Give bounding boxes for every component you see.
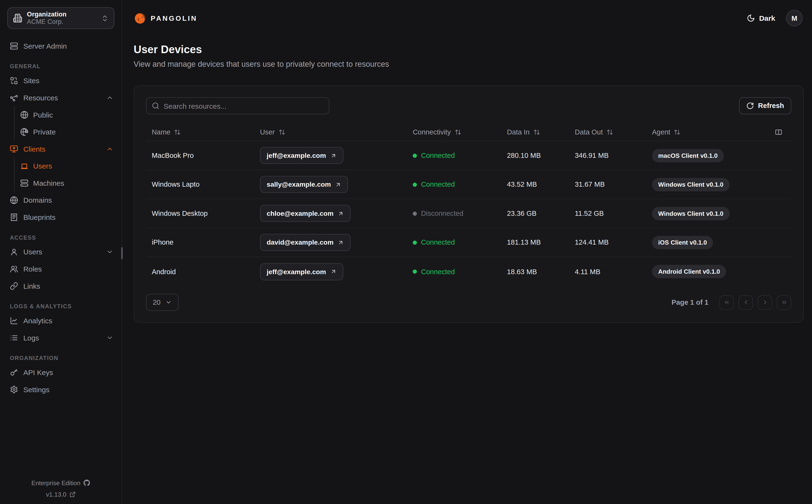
- sidebar-item-domains[interactable]: Domains: [10, 191, 113, 209]
- sidebar-item-public[interactable]: Public: [20, 106, 114, 123]
- sidebar-item-blueprints[interactable]: Blueprints: [10, 208, 113, 226]
- agent-badge: iOS Client v0.1.0: [652, 236, 713, 249]
- chevron-up-icon: [106, 94, 113, 101]
- sort-icon: [674, 129, 681, 135]
- page-info: Page 1 of 1: [672, 298, 708, 306]
- column-visibility-button[interactable]: [772, 128, 791, 136]
- column-header-data-in[interactable]: Data In: [501, 128, 569, 136]
- sidebar-item-label: Users: [23, 247, 101, 256]
- sidebar-item-machines[interactable]: Machines: [20, 174, 114, 191]
- sidebar-item-clients-users[interactable]: Users: [20, 157, 114, 175]
- sidebar-footer: Enterprise Edition v1.13.0: [0, 479, 122, 504]
- globe-lock-icon: [20, 128, 29, 136]
- chevron-down-icon: [106, 248, 113, 255]
- user-link-button[interactable]: jeff@example.com: [260, 263, 343, 280]
- arrow-up-right-icon: [338, 210, 344, 216]
- table-row: Windows Desktop chloe@example.com Discon…: [146, 199, 791, 228]
- section-label-access: ACCESS: [10, 234, 113, 242]
- column-header-name[interactable]: Name: [146, 128, 254, 136]
- sidebar-item-label: Private: [33, 128, 113, 136]
- brand-name: PANGOLIN: [150, 14, 197, 22]
- connectivity-status: Connected: [413, 180, 501, 188]
- devices-table: Name User Connectivity Data In: [146, 123, 791, 286]
- table-row: iPhone david@example.com Connected 181.1…: [146, 228, 791, 257]
- sort-icon: [174, 129, 181, 135]
- avatar-initial: M: [791, 14, 797, 22]
- search-box: [146, 97, 329, 114]
- sidebar-item-sites[interactable]: Sites: [10, 72, 113, 89]
- column-header-connectivity[interactable]: Connectivity: [407, 128, 501, 136]
- device-name: iPhone: [146, 238, 254, 246]
- sidebar-item-label: Analytics: [23, 316, 114, 325]
- data-out-value: 346.91 MB: [569, 152, 646, 159]
- data-out-value: 124.41 MB: [569, 238, 646, 246]
- last-page-button[interactable]: [777, 295, 791, 310]
- chevron-down-icon: [165, 299, 172, 306]
- org-selector[interactable]: Organization ACME Corp.: [7, 7, 114, 29]
- avatar[interactable]: M: [786, 10, 803, 26]
- sidebar-item-server-admin[interactable]: Server Admin: [10, 37, 113, 54]
- data-in-value: 181.13 MB: [501, 238, 569, 246]
- org-selector-value: ACME Corp.: [27, 18, 101, 26]
- next-page-button[interactable]: [758, 295, 772, 310]
- column-header-user[interactable]: User: [254, 128, 407, 136]
- sidebar-item-label: Links: [23, 282, 114, 290]
- user-link-button[interactable]: jeff@example.com: [260, 147, 343, 164]
- sidebar-nav: Server Admin GENERAL Sites Resources: [0, 36, 122, 479]
- status-dot: [413, 269, 417, 273]
- user-link-button[interactable]: sally@example.com: [260, 176, 348, 193]
- data-out-value: 31.67 MB: [569, 180, 646, 188]
- clients-subgroup: Users Machines: [14, 157, 114, 191]
- globe-icon: [10, 196, 18, 204]
- sidebar-item-roles[interactable]: Roles: [10, 260, 113, 277]
- sidebar-item-api-keys[interactable]: API Keys: [10, 364, 113, 381]
- server-icon: [10, 42, 18, 50]
- table-header-row: Name User Connectivity Data In: [146, 123, 791, 141]
- arrow-up-right-icon: [330, 152, 336, 159]
- previous-page-button[interactable]: [739, 295, 753, 310]
- github-icon[interactable]: [83, 479, 90, 486]
- sidebar-item-label: Domains: [23, 196, 114, 204]
- brand[interactable]: PANGOLIN: [134, 12, 197, 25]
- data-in-value: 23.36 GB: [501, 210, 569, 217]
- globe-icon: [20, 110, 29, 119]
- status-dot: [413, 182, 417, 186]
- connectivity-status: Connected: [413, 268, 501, 276]
- agent-badge: Windows Client v0.1.0: [652, 178, 730, 191]
- sidebar-item-label: Public: [33, 110, 113, 119]
- sidebar-item-logs[interactable]: Logs: [10, 329, 113, 346]
- main-area: PANGOLIN Dark M User Devices View and ma…: [122, 0, 812, 504]
- toolbar: Refresh: [146, 97, 791, 114]
- sidebar-item-links[interactable]: Links: [10, 277, 113, 294]
- first-page-button[interactable]: [719, 295, 734, 310]
- sidebar-item-label: API Keys: [23, 368, 114, 376]
- search-input[interactable]: [164, 102, 324, 110]
- sort-icon: [454, 129, 461, 135]
- sidebar-item-label: Settings: [23, 385, 114, 393]
- sidebar-item-clients[interactable]: Clients: [10, 140, 113, 157]
- column-header-agent[interactable]: Agent: [646, 128, 772, 136]
- user-link-button[interactable]: david@example.com: [260, 234, 351, 251]
- column-header-data-out[interactable]: Data Out: [569, 128, 646, 136]
- sort-icon: [606, 129, 613, 135]
- theme-label: Dark: [759, 14, 775, 22]
- agent-badge: Windows Client v0.1.0: [652, 207, 730, 220]
- device-name: Android: [146, 268, 254, 276]
- search-icon: [152, 102, 160, 110]
- status-dot: [413, 153, 417, 157]
- sidebar-item-analytics[interactable]: Analytics: [10, 312, 113, 329]
- sidebar-item-users[interactable]: Users: [10, 243, 113, 260]
- theme-toggle[interactable]: Dark: [747, 14, 775, 22]
- app-root: Organization ACME Corp. Server Admin GEN…: [0, 0, 812, 504]
- sidebar: Organization ACME Corp. Server Admin GEN…: [0, 0, 122, 504]
- sidebar-item-settings[interactable]: Settings: [10, 381, 113, 398]
- sidebar-item-label: Machines: [33, 179, 113, 187]
- user-link-button[interactable]: chloe@example.com: [260, 205, 351, 222]
- page-size-select[interactable]: 20: [146, 294, 179, 311]
- sidebar-item-private[interactable]: Private: [20, 123, 114, 140]
- external-link-icon[interactable]: [69, 491, 76, 497]
- refresh-button[interactable]: Refresh: [739, 97, 791, 114]
- sidebar-item-label: Sites: [23, 76, 114, 85]
- sidebar-item-resources[interactable]: Resources: [10, 89, 113, 106]
- moon-icon: [747, 14, 755, 22]
